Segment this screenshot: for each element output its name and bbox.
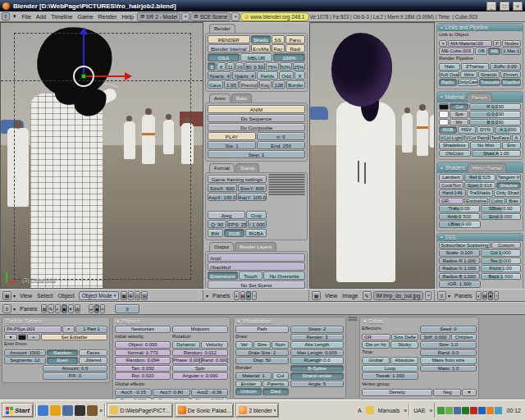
material-control[interactable]: [439, 119, 449, 126]
screen-selector[interactable]: ⊞ SR 2 - Model: [137, 12, 180, 21]
visualization-control[interactable]: Max Length: 0.000: [290, 349, 344, 357]
links-control[interactable]: Traceable: [479, 79, 500, 86]
shaded-icon[interactable]: ●: [246, 291, 251, 300]
shaders-control[interactable]: Shadow: [496, 182, 521, 189]
extras-control[interactable]: Mass from size: [420, 357, 477, 364]
frame-number-field[interactable]: 3: [115, 304, 139, 313]
extras-control[interactable]: Absolute: [390, 357, 418, 364]
visualization-control[interactable]: Unborn: [235, 388, 262, 395]
links-control[interactable]: Shadbuf: [501, 79, 521, 86]
links-control[interactable]: OnlyCast: [458, 79, 479, 86]
visualization-control[interactable]: Strand render: [290, 372, 344, 380]
render-control[interactable]: Bf: 0.50: [244, 62, 265, 71]
extras-control[interactable]: Neg: [433, 389, 461, 396]
uae-toolbar[interactable]: UAE: [411, 408, 427, 413]
links-control[interactable]: ZTransp: [461, 63, 488, 71]
render-control[interactable]: 100%: [273, 53, 305, 62]
tab-stamp[interactable]: Stamp: [235, 163, 259, 172]
format-preset-button[interactable]: Preview: [268, 181, 305, 183]
scene-buttons-icon[interactable]: ◍: [75, 304, 80, 313]
sss-control[interactable]: Radius B 1.000: [439, 273, 480, 281]
render-control[interactable]: Fields: [257, 71, 278, 80]
render-control[interactable]: Radi: [285, 44, 306, 52]
particle-control[interactable]: Even: [47, 357, 79, 364]
physics-control[interactable]: AccZ: -0.36: [191, 389, 228, 396]
sss-control[interactable]: Radius G 1.000: [439, 265, 480, 272]
menubar-menu[interactable]: File: [20, 14, 34, 20]
viewport-menu[interactable]: View: [17, 293, 34, 299]
extras-control[interactable]: Stiff: 0.000: [420, 334, 450, 341]
sss-control[interactable]: Scale: 0.100: [439, 249, 480, 257]
shaders-control[interactable]: TraShado: [467, 189, 494, 197]
visualization-control[interactable]: Size: [253, 341, 271, 349]
physics-control[interactable]: Object: 0.000: [115, 341, 171, 349]
format-control[interactable]: Jpeg: [208, 211, 245, 219]
panels-menu[interactable]: Panels: [17, 306, 39, 312]
tab-mirror-transp[interactable]: Mirror Transp: [468, 163, 507, 172]
format-control[interactable]: SizeX: 600: [208, 184, 237, 192]
format-preset-button[interactable]: Default: [268, 179, 305, 180]
particle-control[interactable]: Jittered: [79, 357, 107, 364]
minimize-button[interactable]: _: [486, 2, 496, 11]
visualization-control[interactable]: Num: [272, 341, 289, 349]
material-control[interactable]: B 0.030: [469, 119, 521, 126]
material-control[interactable]: Env: [502, 142, 521, 149]
material-control[interactable]: A: [512, 135, 521, 142]
viewport-menu[interactable]: Select: [34, 293, 55, 299]
tab-render[interactable]: Render: [209, 24, 235, 33]
panel-align-icon[interactable]: ▤: [482, 291, 487, 300]
panel-collapse-icon[interactable]: ▾: [363, 318, 366, 324]
links-control[interactable]: ZInvert: [500, 71, 521, 79]
extras-control[interactable]: Mass: 1.0: [420, 365, 477, 372]
extras-control[interactable]: Density: [362, 389, 432, 396]
links-control[interactable]: ×: [439, 40, 447, 48]
rotation-center-icon[interactable]: ◎: [135, 291, 140, 300]
blender-org-link[interactable]: www.blender.org 248.1: [240, 12, 308, 21]
material-control[interactable]: Col: [450, 103, 468, 111]
visualization-control[interactable]: Draw Size: 2: [235, 349, 289, 357]
viewport-menu[interactable]: Object: [56, 293, 77, 299]
physics-control[interactable]: Newtonian: [115, 326, 171, 333]
particle-control[interactable]: [18, 334, 26, 341]
physics-control[interactable]: AccY: 0.80: [153, 389, 189, 396]
script-buttons-icon[interactable]: ✎: [48, 304, 53, 313]
tray-icon[interactable]: [437, 407, 445, 414]
render-control[interactable]: Premul: [240, 80, 258, 89]
manuals-toolbar[interactable]: Manuals: [376, 408, 402, 413]
close-button[interactable]: ×: [513, 2, 523, 11]
material-control[interactable]: RGB: [439, 126, 457, 134]
material-control[interactable]: ObColor: [439, 150, 471, 158]
anim-control[interactable]: PLAY: [208, 132, 256, 140]
render-control[interactable]: Ray: [272, 44, 285, 52]
material-control[interactable]: [439, 111, 449, 118]
format-control[interactable]: AspX: 100.00: [208, 193, 237, 201]
extras-control[interactable]: Size Defle: [391, 334, 418, 341]
physics-control[interactable]: Random: 0.012: [172, 349, 228, 357]
render-control[interactable]: Blender Internal: [208, 44, 250, 52]
tray-volume-icon[interactable]: [495, 407, 502, 414]
links-control[interactable]: Full Osa: [439, 71, 459, 79]
header-collapse-icon[interactable]: ▾: [11, 13, 19, 20]
visualization-control[interactable]: Abs Length: [290, 341, 344, 349]
format-control[interactable]: FPS: 25: [227, 220, 246, 228]
links-control[interactable]: F: [493, 40, 501, 48]
header-collapse-icon[interactable]: ▾: [448, 293, 450, 299]
links-control[interactable]: ME: [488, 48, 500, 55]
shaders-control[interactable]: Spec 0.616: [464, 182, 495, 189]
3d-viewport[interactable]: (3) Cube.003: [0, 22, 203, 289]
extras-control[interactable]: Loop: [362, 365, 418, 372]
render-control[interactable]: EnvMa: [251, 44, 272, 52]
render-control[interactable]: OSA: [208, 53, 240, 62]
visualization-control[interactable]: Material: 1: [235, 372, 272, 380]
extras-control[interactable]: Die on hit: [362, 341, 390, 349]
visualization-control[interactable]: Steps: 2: [290, 326, 344, 333]
shaders-control[interactable]: CookTorr: [439, 182, 463, 189]
tray-icon[interactable]: [445, 407, 453, 414]
zoom-icon[interactable]: ◔: [494, 291, 499, 300]
extras-control[interactable]: ▾: [462, 389, 477, 396]
tab-bake[interactable]: Bake: [231, 94, 253, 103]
screen-delete-button[interactable]: ×: [181, 12, 189, 21]
tab-render-layers[interactable]: Render Layers: [235, 242, 276, 251]
extras-control[interactable]: Children: [451, 334, 477, 341]
visualization-control[interactable]: RLength 0.0: [290, 357, 344, 364]
